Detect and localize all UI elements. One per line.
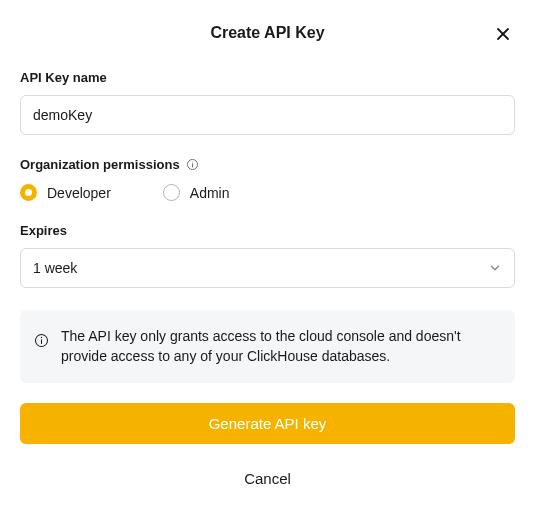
permissions-radio-group: Developer Admin: [20, 184, 515, 201]
dialog-header: Create API Key: [20, 20, 515, 42]
notice-text: The API key only grants access to the cl…: [61, 326, 501, 367]
radio-indicator-unselected: [163, 184, 180, 201]
info-notice: The API key only grants access to the cl…: [20, 310, 515, 383]
radio-label-developer: Developer: [47, 185, 111, 201]
cancel-button[interactable]: Cancel: [20, 464, 515, 493]
radio-indicator-selected: [20, 184, 37, 201]
radio-admin[interactable]: Admin: [163, 184, 230, 201]
radio-developer[interactable]: Developer: [20, 184, 111, 201]
permissions-section: Organization permissions Developer Admin: [20, 157, 515, 201]
name-section: API Key name: [20, 70, 515, 135]
svg-point-4: [192, 162, 193, 163]
dialog-title: Create API Key: [210, 24, 324, 42]
api-key-name-input[interactable]: [20, 95, 515, 135]
chevron-down-icon: [488, 261, 502, 275]
info-icon[interactable]: [186, 158, 199, 171]
name-label: API Key name: [20, 70, 515, 85]
expires-selected-value: 1 week: [33, 260, 77, 276]
expires-section: Expires 1 week: [20, 223, 515, 288]
svg-point-7: [41, 337, 42, 338]
generate-api-key-button[interactable]: Generate API key: [20, 403, 515, 444]
radio-label-admin: Admin: [190, 185, 230, 201]
info-icon: [34, 333, 49, 348]
permissions-label: Organization permissions: [20, 157, 515, 172]
expires-label: Expires: [20, 223, 515, 238]
expires-select[interactable]: 1 week: [20, 248, 515, 288]
permissions-label-text: Organization permissions: [20, 157, 180, 172]
close-icon: [495, 26, 511, 42]
close-button[interactable]: [491, 22, 515, 46]
